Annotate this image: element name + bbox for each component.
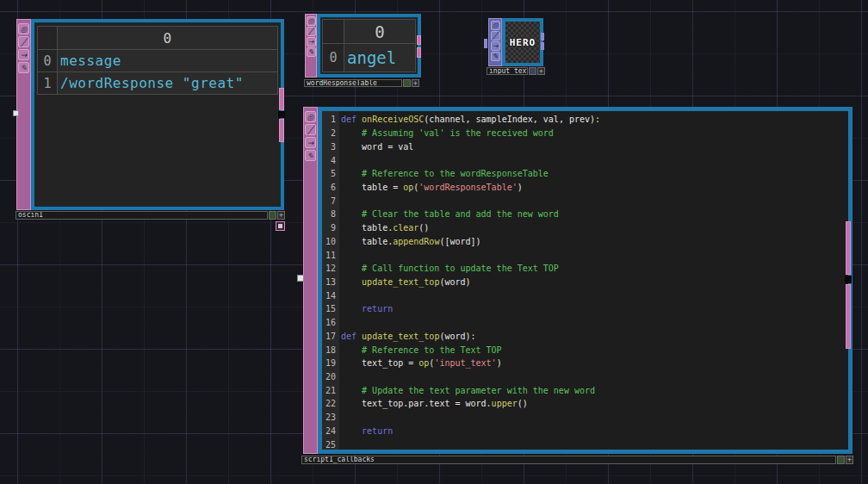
line-number: 2 bbox=[322, 128, 339, 138]
code-line: 14 bbox=[322, 289, 848, 302]
top-rendered-text: HERO bbox=[510, 37, 536, 48]
wordresponsetable-flag-column[interactable]: ◎ ╱ → ✎ bbox=[305, 14, 317, 78]
line-number: 17 bbox=[322, 332, 339, 341]
code-line: 23 bbox=[322, 411, 848, 425]
line-number: 19 bbox=[322, 358, 339, 368]
network-editor-canvas[interactable]: ◎ ╱ → ✎ 0 0message1/wordResponse "great"… bbox=[0, 0, 868, 484]
bypass-flag-icon[interactable]: ╱ bbox=[491, 31, 500, 40]
script-output-connector-bottom[interactable] bbox=[846, 284, 851, 349]
code-line: 4 bbox=[322, 153, 848, 167]
code-text: # Update the text parameter with the new… bbox=[341, 386, 595, 395]
code-text: word = val bbox=[341, 142, 413, 152]
table-corner-cell bbox=[322, 20, 344, 43]
oscin1-name-bar[interactable]: oscin1 + bbox=[16, 211, 285, 220]
code-text: # Call function to update the Text TOP bbox=[341, 264, 559, 273]
oscin1-output-connector-bottom[interactable] bbox=[279, 119, 284, 142]
line-number: 5 bbox=[322, 169, 339, 178]
node-name-label[interactable]: wordResponseTable bbox=[304, 79, 402, 87]
line-number: 1 bbox=[322, 115, 339, 124]
wordresponsetable-output-connector-top[interactable] bbox=[417, 35, 421, 45]
node-state-indicator[interactable] bbox=[837, 456, 845, 464]
code-line: 7 bbox=[322, 194, 848, 208]
bypass-flag-icon[interactable]: ╱ bbox=[18, 36, 29, 47]
top-preview-checker: HERO bbox=[505, 22, 540, 63]
oscin1-node-viewer[interactable]: 0 0message1/wordResponse "great" bbox=[31, 19, 284, 210]
inputtext-name-bar[interactable]: input_text + bbox=[487, 67, 545, 75]
export-flag-icon[interactable]: → bbox=[305, 137, 316, 148]
node-state-indicator[interactable] bbox=[269, 211, 276, 220]
script-node-viewer[interactable]: 1def onReceiveOSC(channel, sampleIndex, … bbox=[318, 107, 852, 454]
add-comment-icon[interactable]: + bbox=[846, 456, 853, 464]
inputtext-node-viewer[interactable]: HERO bbox=[502, 18, 543, 66]
node-name-label[interactable]: script1_callbacks bbox=[301, 456, 836, 464]
table-body: 0message1/wordResponse "great" bbox=[37, 50, 278, 95]
inputtext-output-connector-top[interactable] bbox=[541, 33, 544, 40]
table-row: 1/wordResponse "great" bbox=[37, 72, 278, 95]
line-number: 13 bbox=[322, 277, 339, 287]
script-name-bar[interactable]: script1_callbacks + bbox=[301, 456, 853, 464]
touch-flag-icon[interactable]: ✎ bbox=[305, 150, 316, 161]
oscin1-output-connector-top[interactable] bbox=[279, 88, 284, 110]
viewer-active-flag-icon[interactable]: ◎ bbox=[18, 23, 29, 34]
line-number: 24 bbox=[322, 426, 339, 436]
line-number: 12 bbox=[322, 264, 339, 273]
add-comment-icon[interactable]: + bbox=[537, 67, 545, 75]
node-name-label[interactable]: oscin1 bbox=[16, 211, 268, 220]
bypass-flag-icon[interactable]: ╱ bbox=[307, 27, 316, 36]
code-text: def onReceiveOSC(channel, sampleIndex, v… bbox=[341, 115, 600, 124]
viewer-active-flag-icon[interactable]: ◎ bbox=[307, 16, 316, 26]
code-line: 21 # Update the text parameter with the … bbox=[322, 383, 848, 397]
oscin1-table: 0 0message1/wordResponse "great" bbox=[37, 26, 278, 95]
code-line: 18 # Reference to the Text TOP bbox=[322, 343, 848, 357]
add-comment-icon[interactable]: + bbox=[412, 79, 419, 87]
node-state-indicator[interactable] bbox=[403, 79, 411, 87]
touch-flag-icon[interactable]: ✎ bbox=[491, 52, 500, 61]
code-line: 24 return bbox=[322, 425, 848, 438]
touch-flag-icon[interactable]: ✎ bbox=[307, 47, 316, 57]
table-row: 0angel bbox=[322, 44, 416, 72]
add-comment-icon[interactable]: + bbox=[277, 211, 285, 220]
code-editor[interactable]: 1def onReceiveOSC(channel, sampleIndex, … bbox=[322, 111, 848, 450]
code-text: # Reference to the wordResponseTable bbox=[341, 169, 549, 178]
oscin1-input-connector[interactable] bbox=[13, 110, 19, 116]
code-text: # Reference to the Text TOP bbox=[341, 345, 502, 355]
table-cell: message bbox=[58, 50, 278, 71]
inputtext-flag-column[interactable]: ◎ ╱ → ✎ bbox=[488, 18, 502, 66]
wordresponsetable-name-bar[interactable]: wordResponseTable + bbox=[304, 79, 419, 87]
code-line: 22 text_top.par.text = word.upper() bbox=[322, 397, 848, 411]
code-line: 3 word = val bbox=[322, 140, 848, 153]
code-line: 2 # Assuming 'val' is the received word bbox=[322, 127, 848, 140]
code-line: 17def update_text_top(word): bbox=[322, 330, 848, 344]
line-number: 10 bbox=[322, 237, 339, 246]
export-flag-icon[interactable]: → bbox=[491, 41, 500, 51]
wordresponsetable-output-connector-bottom[interactable] bbox=[417, 47, 421, 58]
script-flag-column[interactable]: ◎ ╱ → ✎ bbox=[303, 107, 318, 454]
line-number: 16 bbox=[322, 318, 339, 327]
oscin1-dock-badge-icon[interactable] bbox=[276, 221, 285, 231]
export-flag-icon[interactable]: → bbox=[18, 49, 29, 60]
line-number: 20 bbox=[322, 372, 339, 382]
row-index-cell: 1 bbox=[37, 72, 58, 94]
code-text: return bbox=[341, 426, 393, 436]
inputtext-output-connector-bottom[interactable] bbox=[541, 42, 544, 50]
viewer-active-flag-icon[interactable]: ◎ bbox=[491, 21, 500, 30]
node-name-label[interactable]: input_text bbox=[487, 67, 528, 75]
wordresponsetable-node-viewer[interactable]: 0 0angel bbox=[317, 14, 421, 78]
touch-flag-icon[interactable]: ✎ bbox=[18, 62, 29, 73]
code-text: def update_text_top(word): bbox=[341, 332, 476, 341]
code-line: 16 bbox=[322, 316, 848, 330]
table-column-header: 0 bbox=[58, 27, 278, 49]
line-number: 3 bbox=[322, 142, 339, 152]
node-state-indicator[interactable] bbox=[529, 67, 536, 75]
bypass-flag-icon[interactable]: ╱ bbox=[305, 124, 316, 135]
script-output-connector-gap bbox=[845, 276, 852, 283]
code-line: 11 bbox=[322, 248, 848, 262]
inputtext-input-connector[interactable] bbox=[484, 39, 487, 48]
code-line: 13 update_text_top(word) bbox=[322, 276, 848, 289]
script-output-connector-top[interactable] bbox=[846, 221, 851, 275]
script-input-connector[interactable] bbox=[297, 275, 304, 282]
viewer-active-flag-icon[interactable]: ◎ bbox=[305, 111, 316, 122]
code-line: 10 table.appendRow([word]) bbox=[322, 234, 848, 248]
line-number: 4 bbox=[322, 156, 339, 165]
export-flag-icon[interactable]: → bbox=[307, 37, 316, 47]
